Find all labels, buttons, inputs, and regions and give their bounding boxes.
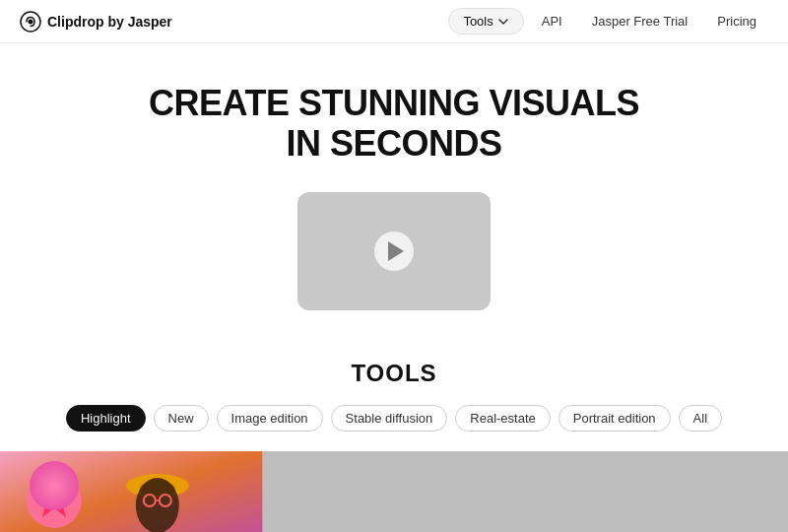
tool-card-2[interactable] — [263, 451, 526, 532]
filter-real-estate[interactable]: Real-estate — [455, 405, 550, 432]
filter-all[interactable]: All — [679, 405, 722, 432]
hero-title-line1: CREATE STUNNING VISUALS — [149, 83, 639, 123]
filter-portrait-edition[interactable]: Portrait edition — [558, 405, 671, 432]
tools-dropdown-button[interactable]: Tools — [448, 8, 523, 34]
filter-highlight[interactable]: Highlight — [66, 405, 146, 432]
tools-label: Tools — [463, 14, 492, 29]
hero-title-line2: IN SECONDS — [286, 123, 501, 164]
tool-card-3[interactable] — [525, 451, 788, 532]
free-trial-link[interactable]: Jasper Free Trial — [580, 9, 700, 33]
api-link[interactable]: API — [530, 9, 574, 33]
hero-title: CREATE STUNNING VISUALS IN SECONDS — [149, 83, 639, 165]
svg-point-1 — [29, 19, 33, 24]
navbar: Clipdrop by Jasper Tools API Jasper Free… — [0, 0, 788, 43]
filter-bar: Highlight New Image edition Stable diffu… — [66, 405, 722, 432]
nav-links: Tools API Jasper Free Trial Pricing — [448, 8, 768, 34]
play-icon — [388, 241, 404, 261]
video-player[interactable] — [297, 192, 491, 310]
svg-point-3 — [27, 473, 82, 528]
hero-section: CREATE STUNNING VISUALS IN SECONDS — [0, 43, 788, 330]
logo[interactable]: Clipdrop by Jasper — [20, 11, 172, 33]
chevron-down-icon — [497, 16, 509, 28]
play-button[interactable] — [374, 232, 414, 271]
filter-new[interactable]: New — [154, 405, 209, 432]
tool-card-1[interactable] — [0, 451, 263, 532]
card-1-art — [0, 451, 263, 532]
pricing-link[interactable]: Pricing — [705, 9, 768, 33]
logo-text: Clipdrop by Jasper — [47, 14, 172, 30]
tools-heading: TOOLS — [351, 360, 436, 387]
logo-icon — [20, 11, 41, 33]
filter-image-edition[interactable]: Image edition — [217, 405, 323, 432]
svg-point-7 — [136, 478, 179, 532]
tools-section: TOOLS Highlight New Image edition Stable… — [0, 330, 788, 451]
filter-stable-diffusion[interactable]: Stable diffusion — [331, 405, 448, 432]
tool-cards-row — [0, 451, 788, 532]
